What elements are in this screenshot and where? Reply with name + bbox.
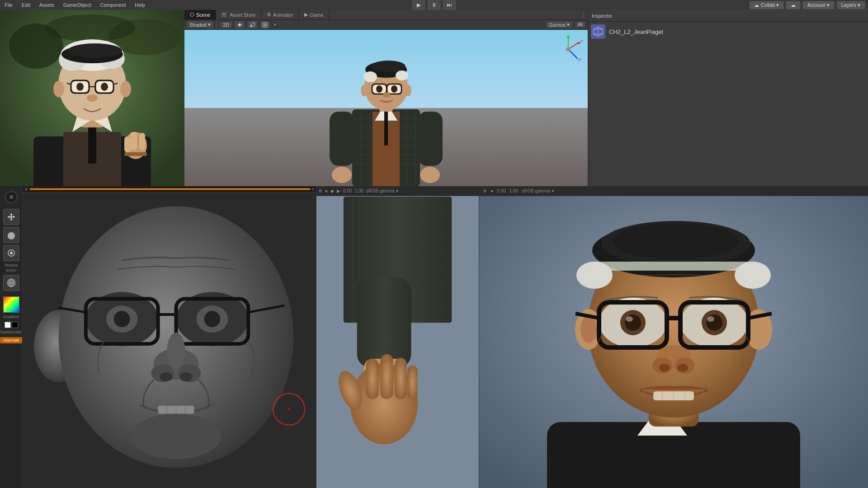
sphere-icon xyxy=(6,278,16,288)
svg-rect-80 xyxy=(418,112,443,166)
inspector-header: Inspector xyxy=(588,10,868,22)
zbrush-area: ⬤ TextureZoom xyxy=(0,186,316,488)
svg-point-124 xyxy=(179,372,192,381)
reference-photo-svg xyxy=(0,10,184,194)
svg-rect-31 xyxy=(139,133,145,150)
svg-rect-152 xyxy=(381,354,393,399)
record-icon[interactable]: ● xyxy=(325,188,328,193)
all-dropdown[interactable]: All xyxy=(575,21,586,28)
audio-btn[interactable]: 🔊 xyxy=(247,21,258,29)
play-button[interactable]: ▶ xyxy=(411,0,426,11)
zbrush-close-btn[interactable]: ✕ xyxy=(24,187,28,192)
hand-viewport[interactable] xyxy=(316,196,479,488)
2d-label: 2D xyxy=(223,22,229,28)
svg-rect-182 xyxy=(667,316,680,320)
svg-point-78 xyxy=(404,84,411,96)
svg-point-76 xyxy=(383,92,390,98)
svg-text:Y: Y xyxy=(567,33,570,36)
scene-tab[interactable]: ⬡ Scene xyxy=(184,10,216,19)
menu-component[interactable]: Component xyxy=(95,1,130,9)
unity-bottom-center: ⚙ ● ◆ ▶ 0.00 1.00 sRGB gamma ▾ xyxy=(316,186,479,488)
svg-point-102 xyxy=(10,252,13,254)
render-face-svg xyxy=(479,196,868,488)
scene-tab-icon: ⬡ xyxy=(190,12,194,18)
step-button[interactable]: ⏭ xyxy=(442,0,457,11)
game-tab[interactable]: ▶ Game xyxy=(299,10,329,19)
menu-file[interactable]: File xyxy=(0,1,17,9)
pause-button[interactable]: ⏸ xyxy=(427,0,441,11)
layers-button[interactable]: Layers ▾ xyxy=(836,1,865,9)
diamond-icon[interactable]: ◆ xyxy=(330,188,334,193)
svg-point-169 xyxy=(613,223,739,259)
unity-tab-bar: ⬡ Scene 🛒 Asset Store ⚙ Animator ▶ Game … xyxy=(184,10,588,20)
move-tool-btn[interactable] xyxy=(3,209,19,225)
switch-color-container xyxy=(5,322,18,328)
collab-button[interactable]: ☁ Collab ▾ xyxy=(749,1,784,9)
svg-point-16 xyxy=(68,43,122,58)
svg-rect-151 xyxy=(366,359,379,399)
sphere-btn[interactable] xyxy=(3,275,19,291)
menu-edit[interactable]: Edit xyxy=(17,1,35,9)
gizmos-label: Gizmos xyxy=(549,22,566,28)
bottom-row: ⬤ TextureZoom xyxy=(0,186,868,488)
menu-gameobject[interactable]: GameObject xyxy=(59,1,96,9)
effects-btn[interactable] xyxy=(259,21,270,29)
svg-marker-97 xyxy=(10,213,13,215)
svg-point-158 xyxy=(369,368,376,372)
svg-point-118 xyxy=(204,311,220,327)
svg-point-131 xyxy=(288,408,290,410)
svg-point-74 xyxy=(376,85,382,93)
svg-point-171 xyxy=(576,262,613,289)
svg-marker-99 xyxy=(8,216,9,218)
settings-icon[interactable]: ⚙ xyxy=(318,188,322,193)
standard-btn[interactable] xyxy=(3,245,19,261)
main-layout: Inspector CH2_L2_JeanPiaget ⬡ Scene xyxy=(0,10,868,488)
shading-arrow: ▾ xyxy=(208,22,211,28)
svg-point-82 xyxy=(420,167,440,183)
svg-point-27 xyxy=(53,81,64,97)
svg-point-25 xyxy=(101,83,108,91)
zbrush-logo xyxy=(3,189,19,205)
asset-store-tab[interactable]: 🛒 Asset Store xyxy=(216,10,261,19)
alternate-btn[interactable]: Alternate xyxy=(0,337,22,343)
account-button[interactable]: Account ▾ xyxy=(802,1,835,9)
menu-help[interactable]: Help xyxy=(130,1,150,9)
scene-options-btn[interactable]: ⋮ xyxy=(579,10,588,19)
render-settings-icon[interactable]: ⚙ xyxy=(483,188,487,193)
svg-point-75 xyxy=(391,85,397,93)
menu-assets[interactable]: Assets xyxy=(35,1,59,9)
light-icon xyxy=(236,22,243,28)
svg-point-77 xyxy=(361,84,368,96)
svg-point-66 xyxy=(371,61,406,72)
play-icon-small[interactable]: ▶ xyxy=(337,188,340,193)
smooth-btn[interactable]: ⬤ xyxy=(3,227,19,243)
light-btn[interactable] xyxy=(234,21,245,29)
svg-point-159 xyxy=(383,363,391,368)
scene-tab-label: Scene xyxy=(196,12,210,18)
zbrush-menu-btn[interactable]: ≡ xyxy=(312,187,314,192)
render-gamma[interactable]: sRGB gamma ▾ xyxy=(522,188,554,193)
gizmos-dropdown[interactable]: Gizmos ▾ xyxy=(546,21,573,28)
animator-label: Animator xyxy=(273,12,293,18)
render-viewport[interactable] xyxy=(479,196,868,488)
cloud-icon-2: ☁ xyxy=(791,2,796,8)
unity-viewport[interactable]: Y X Z xyxy=(184,30,588,186)
svg-marker-98 xyxy=(10,219,13,221)
color-gradient-picker[interactable] xyxy=(3,296,19,313)
cloud-button[interactable]: ☁ xyxy=(786,1,801,9)
more-effects-btn[interactable]: ▾ xyxy=(272,22,278,27)
shading-dropdown[interactable]: Shaded ▾ xyxy=(186,21,214,28)
svg-rect-170 xyxy=(592,262,755,271)
color-black[interactable] xyxy=(12,322,18,328)
svg-point-189 xyxy=(626,316,633,322)
color-white[interactable] xyxy=(5,322,11,328)
gamma-dropdown[interactable]: sRGB gamma ▾ xyxy=(366,188,398,193)
2d-btn[interactable]: 2D xyxy=(220,21,232,28)
inspector-content: CH2_L2_JeanPiaget xyxy=(588,22,868,42)
svg-point-24 xyxy=(76,83,84,91)
zbrush-viewport[interactable] xyxy=(23,192,316,488)
animator-tab[interactable]: ⚙ Animator xyxy=(261,10,299,19)
gizmo-svg: Y X Z xyxy=(552,33,584,65)
effects-icon xyxy=(262,22,268,28)
svg-point-175 xyxy=(580,316,597,343)
